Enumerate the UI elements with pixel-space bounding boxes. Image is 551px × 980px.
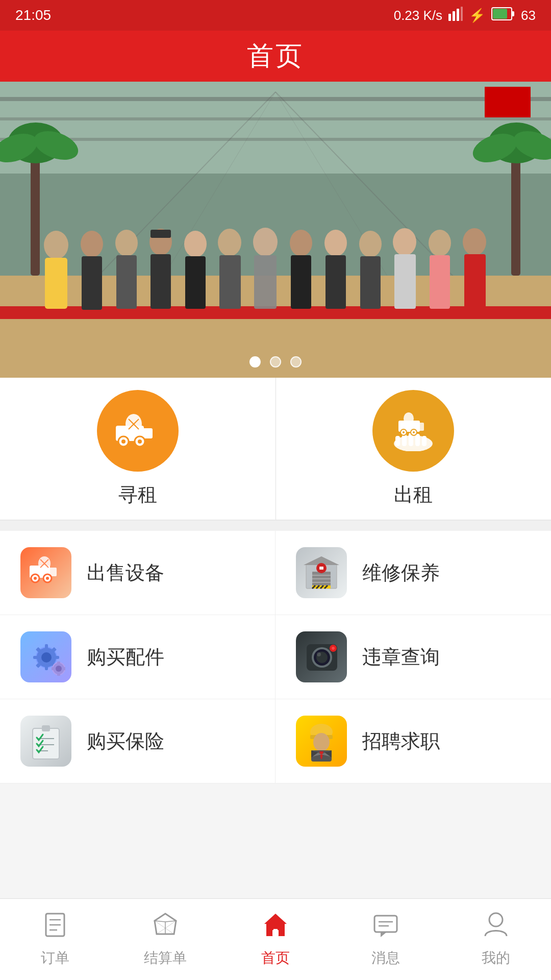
weixiu-icon [296, 547, 347, 598]
carousel-dots [249, 356, 302, 368]
svg-rect-113 [52, 667, 56, 670]
banner-carousel[interactable] [0, 82, 551, 378]
svg-point-129 [313, 733, 330, 751]
bottom-nav: 订单 结算单 首页 [0, 898, 551, 980]
carousel-dot-1[interactable] [249, 356, 261, 368]
battery-icon [491, 7, 515, 24]
menu-item-goupeijian[interactable]: 购买配件 [0, 615, 276, 699]
home-label: 首页 [261, 948, 290, 968]
nav-item-order[interactable]: 订单 [0, 899, 110, 980]
nav-item-profile[interactable]: 我的 [441, 899, 551, 980]
goupeijian-icon [20, 631, 71, 682]
menu-item-zhaopin[interactable]: 招聘求职 [276, 699, 551, 783]
svg-rect-1 [453, 11, 455, 21]
svg-rect-114 [62, 667, 65, 670]
svg-point-75 [413, 431, 415, 433]
svg-point-82 [46, 577, 49, 580]
svg-rect-6 [493, 9, 507, 19]
menu-item-weixiu[interactable]: 维修保养 [276, 531, 551, 615]
grid-separator [0, 521, 551, 531]
svg-rect-111 [57, 662, 60, 666]
menu-item-weizhang[interactable]: 违章查询 [276, 615, 551, 699]
svg-point-120 [332, 647, 335, 650]
weixiu-label: 维修保养 [362, 560, 440, 586]
svg-rect-103 [33, 656, 38, 659]
svg-rect-2 [457, 9, 459, 21]
nav-item-settlement[interactable]: 结算单 [110, 899, 220, 980]
secondary-menu: 出售设备 [0, 531, 551, 783]
status-right: 0.23 K/s ⚡ 63 [394, 7, 536, 24]
svg-point-60 [138, 439, 142, 444]
svg-line-143 [155, 921, 174, 934]
svg-point-58 [121, 439, 126, 444]
message-icon [372, 912, 399, 944]
svg-rect-98 [319, 567, 323, 570]
goubaoxian-icon [20, 716, 71, 767]
svg-rect-102 [45, 665, 48, 670]
page-title: 首页 [247, 38, 304, 74]
svg-rect-123 [42, 725, 50, 731]
lightning-icon: ⚡ [469, 8, 485, 23]
goubaoxian-label: 购买保险 [87, 728, 164, 754]
svg-rect-69 [422, 436, 427, 446]
svg-point-121 [317, 652, 321, 656]
svg-point-80 [34, 577, 37, 580]
zhaopin-icon [296, 716, 347, 767]
svg-rect-0 [448, 14, 451, 21]
message-label: 消息 [371, 948, 400, 968]
page-header: 首页 [0, 31, 551, 82]
battery-percent: 63 [521, 8, 536, 23]
carousel-dot-3[interactable] [290, 356, 302, 368]
menu-item-goubaoxian[interactable]: 购买保险 [0, 699, 276, 783]
status-bar: 21:05 0.23 K/s ⚡ 63 [0, 0, 551, 31]
svg-rect-3 [461, 7, 463, 21]
nav-item-home[interactable]: 首页 [220, 899, 331, 980]
carousel-dot-2[interactable] [270, 356, 281, 368]
svg-rect-5 [512, 11, 514, 16]
menu-item-chuzu[interactable]: 出租 [276, 378, 552, 520]
order-label: 订单 [41, 948, 69, 968]
signal-text: 0.23 K/s [394, 8, 442, 23]
settlement-label: 结算单 [144, 948, 187, 968]
user-icon [483, 912, 509, 944]
order-icon [43, 912, 67, 944]
chuzu-label: 出租 [394, 482, 433, 508]
svg-point-76 [404, 412, 414, 425]
svg-point-100 [41, 652, 52, 663]
zhaopin-label: 招聘求职 [362, 728, 440, 754]
time: 21:05 [15, 7, 51, 23]
top-menu: 寻租 出 [0, 378, 551, 521]
xunzu-label: 寻租 [118, 482, 157, 508]
menu-item-chushe[interactable]: 出售设备 [0, 531, 276, 615]
svg-rect-101 [45, 644, 48, 649]
settlement-icon [153, 912, 178, 944]
nav-item-messages[interactable]: 消息 [331, 899, 441, 980]
home-icon [262, 912, 289, 944]
profile-label: 我的 [482, 948, 510, 968]
chushe-icon [20, 547, 71, 598]
weizhang-label: 违章查询 [362, 644, 440, 670]
svg-rect-147 [374, 916, 397, 932]
chuzu-icon [372, 390, 454, 472]
svg-point-110 [56, 666, 62, 672]
xunzu-icon [97, 390, 179, 472]
svg-rect-104 [54, 656, 59, 659]
banner-background [0, 82, 551, 378]
svg-rect-68 [415, 434, 420, 446]
svg-point-151 [489, 913, 503, 926]
svg-rect-112 [57, 672, 60, 676]
weizhang-icon [296, 631, 347, 682]
goupeijian-label: 购买配件 [87, 644, 164, 670]
svg-line-144 [157, 921, 176, 934]
chushe-label: 出售设备 [87, 560, 164, 586]
svg-rect-65 [395, 436, 400, 446]
menu-item-xunzu[interactable]: 寻租 [0, 378, 276, 520]
svg-rect-146 [272, 930, 279, 936]
signal-icon [448, 7, 463, 24]
svg-point-73 [403, 431, 405, 433]
svg-rect-71 [416, 423, 424, 431]
